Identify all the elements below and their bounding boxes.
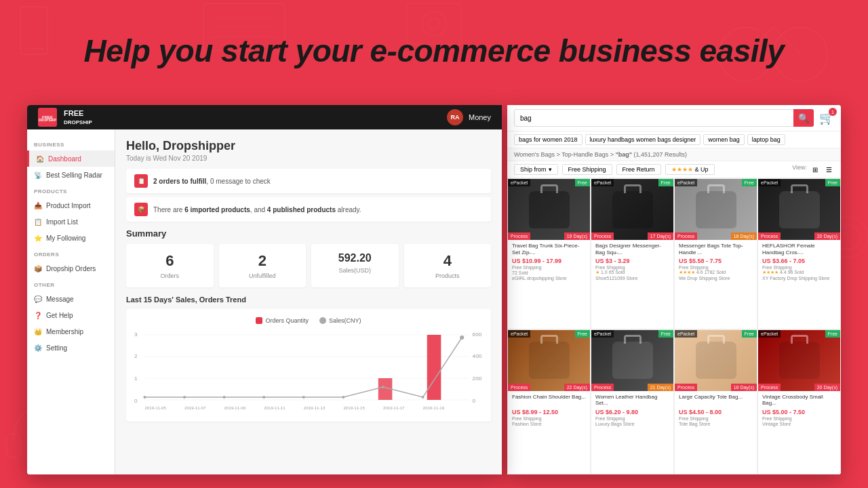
free-badge-7: Free <box>742 330 757 338</box>
card-products-value: 4 <box>410 252 486 270</box>
sidebar-item-dashboard[interactable]: 🏠 Dashboard <box>27 150 115 167</box>
product-price-8: US $5.00 - 7.50 <box>762 409 836 415</box>
product-card-2[interactable]: ePacket Free Process 17 Day(s) Bags Desi… <box>591 178 674 329</box>
product-img-3: ePacket Free Process 18 Day(s) <box>675 179 757 240</box>
legend-orders: Orders Quantity <box>256 317 309 324</box>
product-store-3: We Drop Shipping Store <box>679 276 753 281</box>
shop-topbar: 🔍 🛒 1 <box>507 105 841 131</box>
shop-filters: Ship from ▾ Free Shipping Free Return ★★… <box>507 161 841 178</box>
free-return-label: Free Return <box>623 166 655 173</box>
svg-rect-13 <box>7 434 20 458</box>
product-name-5: Fashion Chain Shoulder Bag... <box>512 394 586 407</box>
sidebar-item-message[interactable]: 💬 Message <box>27 291 115 307</box>
free-badge-1: Free <box>575 179 590 186</box>
legend-sales-dot <box>319 317 326 324</box>
chart-legend: Orders Quantity Sales(CNY) <box>134 317 483 324</box>
product-card-6[interactable]: ePacket Free Process 21 Day(s) Women Lea… <box>591 329 674 475</box>
epacket-badge-5: ePacket <box>508 330 530 338</box>
search-icon: 🔍 <box>798 113 810 123</box>
svg-text:2: 2 <box>134 353 138 359</box>
product-info-1: Travel Bag Trunk Six-Piece-Set Zip-... U… <box>508 240 590 283</box>
product-price-6: US $6.20 - 9.80 <box>595 409 669 415</box>
topbar: FREE DROPSHIP FREEDROPSHIP RA Money <box>27 105 502 129</box>
tag-1[interactable]: bags for women 2018 <box>514 134 583 145</box>
sidebar-item-radar[interactable]: 📡 Best Selling Radar <box>27 167 115 183</box>
sidebar-item-import-list[interactable]: 📋 Import List <box>27 214 115 230</box>
sidebar-section-orders: ORDERS <box>27 246 115 260</box>
sidebar-item-product-import[interactable]: 📥 Product Import <box>27 197 115 214</box>
product-name-6: Women Leather Handbag Set... <box>595 394 669 407</box>
product-img-2: ePacket Free Process 17 Day(s) <box>591 179 673 240</box>
topbar-right: RA Money <box>447 109 491 125</box>
product-store-5: Fashion Store <box>512 422 586 426</box>
product-card-1[interactable]: ePacket Free Process 19 Day(s) Travel Ba… <box>507 178 591 329</box>
sidebar-label-dropship-orders: Dropship Orders <box>46 265 96 272</box>
chart-container: Orders Quantity Sales(CNY) 3 2 1 0 <box>126 309 491 422</box>
legend-sales-label: Sales(CNY) <box>329 317 361 324</box>
sidebar-item-membership[interactable]: 👑 Membership <box>27 323 115 340</box>
help-icon: ❓ <box>34 311 42 319</box>
sidebar-item-dropship-orders[interactable]: 📦 Dropship Orders <box>27 260 115 277</box>
svg-text:2019-11-17: 2019-11-17 <box>383 405 405 410</box>
sidebar-label-message: Message <box>46 296 74 303</box>
product-card-4[interactable]: ePacket Free Process 20 Day(s) HEFLASHOR… <box>757 178 841 329</box>
filter-stars[interactable]: ★★★★ & Up <box>665 164 715 175</box>
card-unfulfilled-label: Unfulfilled <box>224 272 301 279</box>
radar-icon: 📡 <box>34 171 42 179</box>
epacket-badge-1: ePacket <box>508 179 530 186</box>
grid-view-icon[interactable]: ⊞ <box>810 164 821 175</box>
epacket-badge-8: ePacket <box>758 330 781 338</box>
list-view-icon[interactable]: ☰ <box>823 164 834 175</box>
card-products-label: Products <box>410 272 486 279</box>
sidebar-label-import-list: Import List <box>46 218 78 226</box>
filter-ship-from[interactable]: Ship from ▾ <box>514 164 558 175</box>
days-badge-1: 19 Day(s) <box>564 232 590 240</box>
product-store-1: eGIRL dropshipping Store <box>512 276 586 281</box>
alert-products: 📦 There are 6 imported products, and 4 p… <box>126 197 491 222</box>
days-badge-8: 20 Day(s) <box>814 384 840 391</box>
sidebar-item-setting[interactable]: ⚙️ Setting <box>27 340 115 356</box>
product-name-4: HEFLASHOR Female Handbag Cros-... <box>762 243 836 256</box>
tag-4[interactable]: laptop bag <box>747 134 785 145</box>
dashboard-area: Hello, Dropshipper Today is Wed Nov 20 2… <box>115 129 502 474</box>
date: Today is Wed Nov 20 2019 <box>126 155 491 162</box>
logo-text: FREEDROPSHIP <box>64 109 92 125</box>
product-price-3: US $5.58 - 7.75 <box>679 258 753 264</box>
cart-icon-wrap[interactable]: 🛒 1 <box>819 110 834 125</box>
svg-point-52 <box>460 336 464 340</box>
user-avatar: RA <box>447 109 463 125</box>
svg-text:400: 400 <box>473 353 482 359</box>
search-button[interactable]: 🔍 <box>793 109 814 127</box>
orders-icon: 📦 <box>34 264 42 272</box>
product-card-7[interactable]: ePacket Free Process 18 Day(s) Large Cap… <box>674 329 757 475</box>
product-meta-2: Free Shipping <box>595 265 669 270</box>
product-grid: ePacket Free Process 19 Day(s) Travel Ba… <box>507 178 841 474</box>
tag-3[interactable]: women bag <box>703 134 745 145</box>
product-card-3[interactable]: ePacket Free Process 18 Day(s) Messenger… <box>674 178 757 329</box>
dashboard-screenshot: FREE DROPSHIP FREEDROPSHIP RA Money BUSI… <box>27 105 502 474</box>
filter-free-shipping[interactable]: Free Shipping <box>562 164 612 175</box>
free-badge-4: Free <box>825 179 840 186</box>
search-input[interactable] <box>514 109 814 127</box>
rating-val-4: 4.4 <box>780 270 787 274</box>
product-price-1: US $10.99 - 17.99 <box>512 258 586 264</box>
hero-title: Help you start your e-commerce business … <box>0 33 868 69</box>
svg-point-49 <box>342 396 344 399</box>
card-sales: 592.20 Sales(USD) <box>311 244 399 287</box>
product-card-8[interactable]: ePacket Free Process 20 Day(s) Vintage C… <box>757 329 841 475</box>
product-meta-6: Free Shipping <box>595 416 669 421</box>
svg-text:0: 0 <box>473 398 476 404</box>
sidebar-item-get-help[interactable]: ❓ Get Help <box>27 307 115 323</box>
tag-2[interactable]: luxury handbags women bags designer <box>585 134 701 145</box>
svg-point-45 <box>183 396 186 399</box>
logo-line2: DROPSHIP <box>39 119 56 122</box>
breadcrumb: Women's Bags > Top-Handle Bags > "bag" (… <box>507 148 841 161</box>
topbar-logo: FREE DROPSHIP FREEDROPSHIP <box>38 108 92 127</box>
epacket-badge-6: ePacket <box>591 330 614 338</box>
sidebar-item-my-following[interactable]: ⭐ My Following <box>27 230 115 246</box>
sidebar-label-membership: Membership <box>46 328 83 336</box>
product-card-5[interactable]: ePacket Free Process 22 Day(s) Fashion C… <box>507 329 591 475</box>
card-sales-label: Sales(USD) <box>317 267 393 274</box>
product-img-6: ePacket Free Process 21 Day(s) <box>591 330 673 391</box>
filter-free-return[interactable]: Free Return <box>616 164 661 175</box>
